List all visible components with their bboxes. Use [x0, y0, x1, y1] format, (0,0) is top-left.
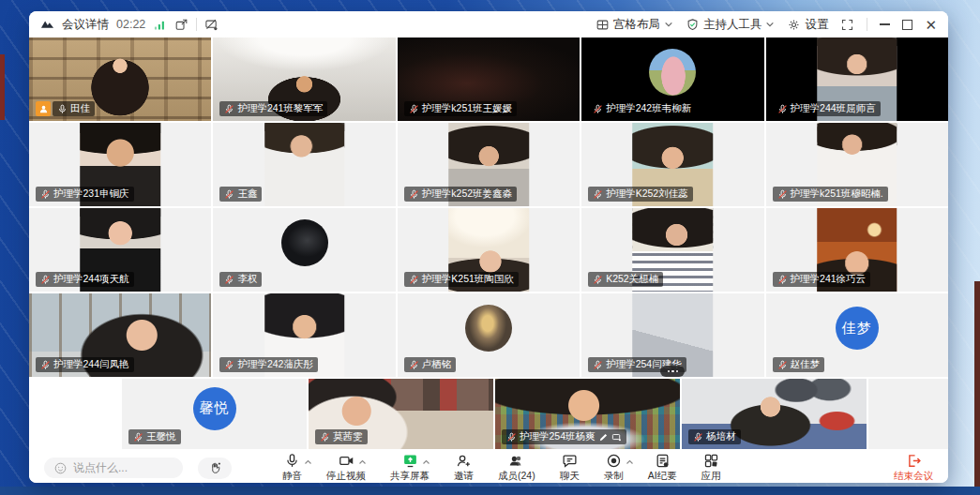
participant-tile[interactable]: 护理学244项天航 [29, 208, 211, 292]
grid-layout-icon [596, 18, 610, 32]
record-button[interactable]: 录制 [604, 453, 624, 483]
end-meeting-label: 结束会议 [894, 470, 933, 483]
mute-button[interactable]: 静音 [282, 453, 302, 483]
participant-name: 王鑫 [237, 188, 257, 201]
participant-tile[interactable]: 护理学244班屈师言 [766, 38, 948, 121]
participant-tile[interactable]: 护理学k252班姜鑫淼 [398, 123, 580, 206]
chevron-up-icon[interactable] [626, 457, 634, 468]
chevron-up-icon[interactable] [358, 457, 367, 468]
maximize-button[interactable] [902, 20, 912, 30]
participant-tile[interactable]: 佳梦赵佳梦 [766, 293, 948, 377]
participant-tile[interactable]: 护理学k251班王媛媛 [398, 38, 580, 121]
participant-tile[interactable]: 护理学K251班陶国欣 [398, 208, 580, 292]
participant-tile[interactable]: 护理学K252刘佳蕊 [581, 123, 763, 206]
participant-label: 护理学241徐巧云 [773, 272, 871, 287]
participant-name: 护理学K252刘佳蕊 [606, 188, 688, 201]
participant-tile[interactable]: 杨培材 [682, 379, 867, 449]
toolbar-button-label: 应用 [701, 470, 721, 483]
participant-tile[interactable]: 护理学254闫建华 [581, 293, 763, 377]
toolbar-button-label: 成员(24) [498, 470, 535, 483]
chat-icon [562, 453, 578, 469]
invite-icon [456, 453, 472, 469]
avatar [649, 49, 696, 96]
divider [867, 18, 867, 31]
participant-label: 护理学242班韦柳新 [588, 101, 696, 116]
chevron-up-icon[interactable] [304, 457, 312, 468]
participant-tile[interactable]: 护理学241徐巧云 [766, 208, 948, 292]
participant-tile[interactable]: 护理学254班杨爽 [495, 379, 680, 449]
settings-button[interactable]: 设置 [787, 17, 828, 33]
participant-name: 护理学244班屈师言 [791, 102, 876, 115]
participant-tile[interactable]: 护理学242班韦柳新 [581, 38, 763, 121]
mic-muted-icon [593, 275, 603, 285]
stop-video-button[interactable]: 停止视频 [326, 453, 366, 483]
mic-muted-icon [409, 189, 419, 200]
minimize-button[interactable] [880, 23, 890, 25]
toolbar-button-label: 录制 [604, 470, 624, 483]
participant-name: 护理学231申铜庆 [53, 188, 129, 201]
invite-button[interactable]: 邀请 [454, 453, 474, 483]
open-window-icon[interactable] [174, 18, 188, 32]
participant-tile[interactable]: 护理学k251班穆昭楠. [766, 123, 948, 206]
close-button[interactable]: ✕ [925, 18, 937, 32]
participant-name: 赵佳梦 [791, 358, 821, 371]
participant-name: K252关想楠 [606, 273, 658, 286]
participant-name: 卢栖铭 [422, 358, 452, 371]
beauty-filter-off-icon[interactable] [204, 18, 219, 32]
video-grid-last-row: 馨悦王馨悦莫茜雯护理学254班杨爽杨培材 [29, 379, 948, 449]
host-tools-button[interactable]: 主持人工具 [686, 17, 776, 33]
participant-tile[interactable]: 护理学242蒲庆彤 [213, 293, 395, 377]
participant-name: 护理学241徐巧云 [791, 273, 867, 286]
participant-label: 护理学254班杨爽 [502, 429, 626, 444]
meeting-details-button[interactable]: 会议详情 [62, 17, 109, 33]
share-screen-button[interactable]: 共享屏幕 [390, 453, 430, 483]
mic-muted-icon [133, 432, 143, 442]
participant-name: 护理学k251班穆昭楠. [791, 188, 883, 201]
participant-tile[interactable]: 莫茜雯 [309, 379, 493, 449]
participant-tile[interactable]: 王鑫 [213, 123, 395, 206]
mic-muted-icon [777, 104, 788, 114]
participant-label: 护理学244班屈师言 [773, 101, 881, 116]
participant-tile[interactable]: 田佳 [29, 38, 211, 121]
participant-tile[interactable]: 卢栖铭 [398, 293, 580, 377]
participant-label: 护理学241班黎军军 [219, 101, 327, 116]
participant-tile[interactable]: 李权 [213, 208, 395, 292]
avatar: 佳梦 [836, 307, 879, 350]
toolbar-button-label: 邀请 [454, 470, 474, 483]
participant-tile[interactable]: 护理学244闫凤艳 [29, 293, 211, 377]
tile-more-button[interactable] [660, 366, 685, 377]
empty-grid-space [868, 379, 948, 449]
participant-label: 李权 [219, 272, 262, 287]
chevron-up-icon[interactable] [422, 457, 430, 468]
avatar: 馨悦 [193, 387, 236, 430]
mic-muted-icon [506, 432, 517, 442]
members-button[interactable]: 成员(24) [498, 453, 535, 483]
members-icon [508, 453, 524, 469]
mic-muted-icon [693, 432, 703, 442]
meeting-window: 会议详情 02:22 宫格布局 [29, 11, 948, 483]
apps-button[interactable]: 应用 [701, 453, 721, 483]
avatar [465, 305, 512, 352]
participant-label: 护理学K252刘佳蕊 [588, 187, 693, 202]
fullscreen-button[interactable] [840, 18, 854, 32]
participant-label: 赵佳梦 [773, 357, 825, 372]
mic-muted-icon [224, 189, 234, 200]
mic-muted-icon [40, 360, 51, 370]
participant-tile[interactable]: 护理学241班黎军军 [213, 38, 395, 121]
end-meeting-button[interactable]: 结束会议 [894, 453, 933, 483]
participant-tile[interactable]: K252关想楠 [581, 208, 763, 292]
participant-label: 莫茜雯 [315, 429, 368, 444]
participant-name: 护理学241班黎军军 [237, 102, 323, 115]
participant-tile[interactable]: 馨悦王馨悦 [122, 379, 307, 449]
ai-notes-button[interactable]: AI纪要 [648, 453, 677, 483]
quick-chat-input[interactable]: 说点什么... [44, 458, 183, 478]
layout-button[interactable]: 宫格布局 [596, 17, 673, 33]
participant-label: 杨培材 [688, 429, 741, 444]
participant-name: 杨培材 [706, 430, 736, 443]
chat-button[interactable]: 聊天 [560, 453, 580, 483]
participant-tile[interactable]: 护理学231申铜庆 [29, 123, 211, 206]
raise-hand-button[interactable] [198, 458, 232, 479]
mic-muted-icon [409, 104, 419, 114]
participant-name: 护理学242班韦柳新 [606, 102, 691, 115]
participant-name: 田佳 [70, 102, 90, 115]
